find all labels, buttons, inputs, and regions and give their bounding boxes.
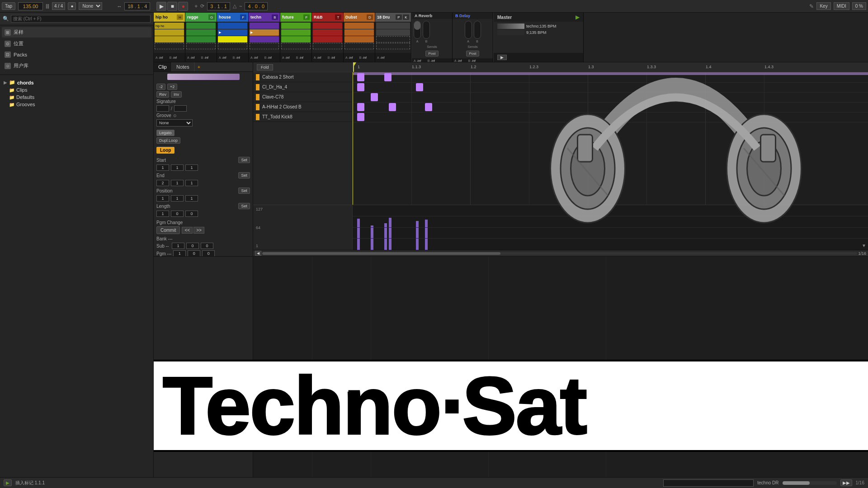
len-val1[interactable] xyxy=(156,211,169,217)
sidebar-item-samples[interactable]: ⊞ 采样 xyxy=(2,27,151,38)
duploop-btn[interactable]: Dupl.Loop xyxy=(156,137,180,144)
scroll-left-btn[interactable]: ◀ xyxy=(255,251,261,256)
tap-button[interactable]: Tap xyxy=(2,2,15,10)
sub-val2[interactable] xyxy=(186,243,199,249)
record-button[interactable]: ● xyxy=(178,2,188,11)
track-regge: regge G A-inf B-inf xyxy=(185,13,217,62)
track-name-future: future xyxy=(282,15,302,19)
right-area: hip ho H hip ho A-inf B-inf xyxy=(154,13,868,488)
legato-btn[interactable]: Legato xyxy=(156,130,175,136)
start-val1[interactable] xyxy=(156,164,169,171)
folder-grooves[interactable]: 📁 Grooves xyxy=(2,101,151,108)
end-set-btn[interactable]: Set xyxy=(238,172,250,178)
track-btn-regge[interactable]: G xyxy=(208,14,215,20)
plus2-btn[interactable]: +2 xyxy=(167,84,177,90)
sidebar-item-packs[interactable]: ⊡ Packs xyxy=(2,50,151,60)
next-btn[interactable]: >> xyxy=(193,227,204,234)
post-btn-reverb[interactable]: Post xyxy=(425,51,438,56)
loop-btn[interactable]: Loop xyxy=(156,147,175,154)
track-header-delay: B Delay xyxy=(453,13,493,19)
track-btn-dubst[interactable]: D xyxy=(367,14,373,20)
drum-pad-hihat xyxy=(256,104,259,110)
track-btn-18dru-p[interactable]: P xyxy=(396,14,402,20)
track-name-hip-ho: hip ho xyxy=(156,15,176,19)
status-play-btn[interactable]: ▶ xyxy=(4,479,12,486)
time-signature[interactable]: 4 / 4 xyxy=(52,2,65,10)
post-btn-delay[interactable]: Post xyxy=(466,51,479,56)
folder-name-defaults: Defaults xyxy=(16,94,34,100)
key-display[interactable]: Key xyxy=(816,2,830,10)
nav-tabs: ⊞ 采样 ⊙ 位置 ⊡ Packs ☺ 用户库 xyxy=(0,25,153,73)
position-display-1[interactable]: 18 . 1 . 4 xyxy=(124,2,150,10)
position-display-3[interactable]: 4 . 0 . 0 xyxy=(245,2,268,10)
end-val2[interactable] xyxy=(171,180,184,186)
groove-select[interactable]: None xyxy=(156,119,193,127)
start-val3[interactable] xyxy=(185,164,198,171)
pgm-val2[interactable] xyxy=(188,250,200,257)
status-expand-btn[interactable]: ▶▶ xyxy=(840,479,852,486)
pgm-val1[interactable] xyxy=(173,250,186,257)
left-sidebar: 🔍 ⊞ 采样 ⊙ 位置 ⊡ Packs ☺ 用户库 xyxy=(0,13,154,488)
drum-item-hihat[interactable]: A-HiHat 2 Closed B xyxy=(253,102,352,112)
commit-btn[interactable]: Commit xyxy=(156,226,180,234)
end-val1[interactable] xyxy=(156,180,169,186)
pgm-val3[interactable] xyxy=(202,250,215,257)
folder-defaults[interactable]: 📁 Defaults xyxy=(2,94,151,101)
position-set-btn[interactable]: Set xyxy=(238,188,250,194)
track-hip-ho: hip ho H hip ho A-inf B-inf xyxy=(154,13,185,62)
drum-item-cabasa[interactable]: Cabasa 2 Short xyxy=(253,72,352,82)
inv-btn[interactable]: Inv xyxy=(171,91,182,98)
pos-val3[interactable] xyxy=(185,195,198,202)
fold-btn[interactable]: Fold xyxy=(257,64,273,70)
minus2-btn[interactable]: -2 xyxy=(156,84,165,90)
sig-bot-input[interactable]: 4 xyxy=(174,105,187,112)
sub-val1[interactable] xyxy=(172,243,184,249)
sub-val3[interactable] xyxy=(201,243,213,249)
tab-notes[interactable]: Notes xyxy=(172,62,194,71)
folder-chords[interactable]: ▶ 📁 chords xyxy=(2,79,151,86)
stop-button[interactable]: ■ xyxy=(167,2,177,11)
track-name-house: house xyxy=(219,15,239,19)
length-label: Length xyxy=(156,204,170,209)
expand-btn-master[interactable]: ▶ xyxy=(497,55,507,60)
sidebar-item-places[interactable]: ⊙ 位置 xyxy=(2,38,151,49)
pos-val1[interactable] xyxy=(156,195,169,202)
drum-item-kick[interactable]: TT_Todd Kick8 xyxy=(253,112,352,122)
search-input[interactable] xyxy=(11,15,151,23)
end-val3[interactable] xyxy=(185,180,198,186)
play-btn-master[interactable]: ▶ xyxy=(576,14,580,20)
status-input[interactable] xyxy=(663,479,754,487)
track-btn-hip-ho[interactable]: H xyxy=(177,14,183,20)
rev-btn[interactable]: Rev xyxy=(156,91,169,98)
drum-roll[interactable] xyxy=(353,72,868,205)
track-btn-house[interactable]: F xyxy=(240,14,246,20)
quantize-select[interactable]: None xyxy=(79,2,102,10)
length-set-btn[interactable]: Set xyxy=(238,203,250,209)
len-val3[interactable] xyxy=(185,211,198,217)
start-set-btn[interactable]: Set xyxy=(238,157,250,163)
start-val2[interactable] xyxy=(171,164,184,171)
track-btn-18dru-k[interactable]: K xyxy=(403,14,409,20)
dot-button[interactable]: ● xyxy=(68,2,76,10)
drum-name-cabasa: Cabasa 2 Short xyxy=(262,75,294,80)
position-display-2[interactable]: 3 . 1 . 1 xyxy=(207,2,230,10)
track-btn-techn[interactable]: B xyxy=(272,14,278,20)
drum-pad-clave xyxy=(256,94,259,100)
clip-color-bar[interactable] xyxy=(167,74,240,80)
drum-item-clave[interactable]: Clave-C78 xyxy=(253,92,352,102)
sidebar-item-user[interactable]: ☺ 用户库 xyxy=(2,61,151,71)
tab-add[interactable]: + xyxy=(194,62,203,71)
len-val2[interactable] xyxy=(171,211,184,217)
sig-top-input[interactable]: 4 xyxy=(156,105,169,112)
track-btn-rnb[interactable]: T xyxy=(335,14,341,20)
pos-val2[interactable] xyxy=(171,195,184,202)
midi-display[interactable]: MIDI xyxy=(834,2,849,10)
folder-clips[interactable]: 📁 Clips xyxy=(2,86,151,94)
play-button[interactable]: ▶ xyxy=(156,2,166,11)
tempo-display[interactable]: 135.00 xyxy=(18,2,43,10)
prev-btn[interactable]: << xyxy=(182,227,193,234)
drum-item-cl[interactable]: Cl_Dr_Ha_4 xyxy=(253,82,352,92)
track-btn-future[interactable]: F xyxy=(303,14,310,20)
tab-clip[interactable]: Clip xyxy=(154,62,172,71)
track-color-future: future F xyxy=(280,13,311,22)
